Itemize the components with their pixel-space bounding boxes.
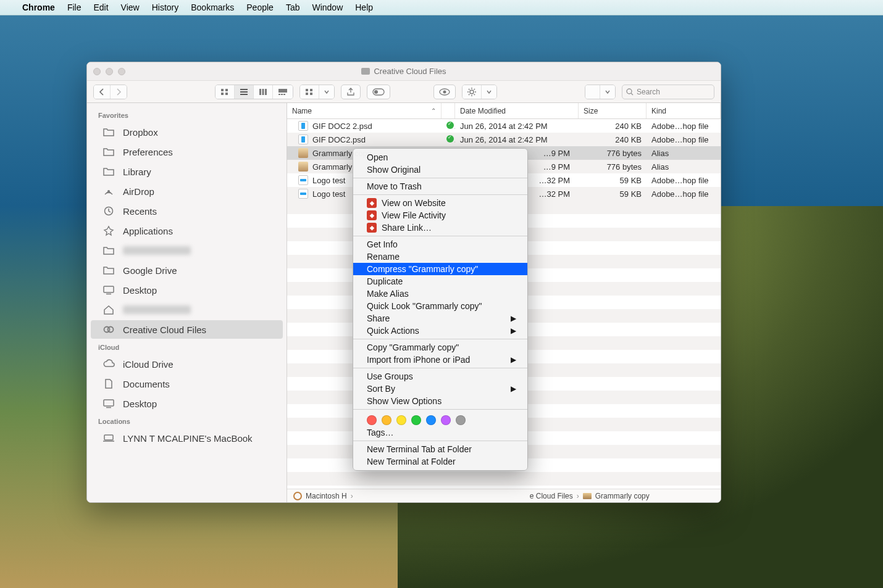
menubar-app-name[interactable]: Chrome [16,2,61,12]
context-item-copy-grammarly-copy[interactable]: Copy "Grammarly copy" [353,341,527,354]
tags-button[interactable] [367,85,390,99]
tag-dot[interactable] [367,415,377,425]
search-input[interactable]: Search [622,85,714,99]
sidebar-item-recents[interactable]: Recents [91,202,283,220]
chevron-down-icon[interactable] [319,85,334,99]
svg-line-30 [474,89,475,89]
menubar-file[interactable]: File [61,2,88,12]
sidebar-item-applications[interactable]: Applications [91,222,283,240]
laptop-icon [102,433,115,444]
arrange-dropdown[interactable] [299,85,335,99]
sidebar-item-label: Applications [123,226,173,236]
tag-dot[interactable] [441,415,451,425]
context-item-new-terminal-at-folder[interactable]: New Terminal at Folder [353,455,527,468]
titlebar[interactable]: Creative Cloud Files [87,62,721,81]
chevron-down-icon[interactable] [600,85,615,99]
file-kind: Adobe…hop file [647,189,721,199]
sidebar-item-desktop[interactable]: Desktop [91,281,283,299]
svg-point-22 [470,90,474,94]
col-kind[interactable]: Kind [647,103,721,118]
col-date[interactable]: Date Modified [455,103,579,118]
context-item-tags[interactable]: Tags… [353,426,527,439]
sidebar-item-blurred[interactable] [91,300,283,319]
context-item-compress-grammarly-copy[interactable]: Compress "Grammarly copy" [353,263,527,275]
zoom-icon[interactable] [118,68,125,75]
menubar-people[interactable]: People [240,2,280,12]
col-name[interactable]: Name⌃ [287,103,442,118]
tag-dot[interactable] [382,415,391,425]
forward-button[interactable] [111,85,127,99]
sidebar-item-library[interactable]: Library [91,162,283,181]
context-item-duplicate[interactable]: Duplicate [353,275,527,288]
context-item-new-terminal-tab-at-folder[interactable]: New Terminal Tab at Folder [353,443,527,455]
action-dropdown[interactable] [462,85,497,99]
close-icon[interactable] [93,68,101,75]
context-item-sort-by[interactable]: Sort By▶ [353,383,527,395]
menubar-tab[interactable]: Tab [280,2,306,12]
menubar-edit[interactable]: Edit [87,2,114,12]
file-row[interactable]: GIF DOC2.psdJun 26, 2014 at 2:42 PM240 K… [287,133,721,146]
menubar-help[interactable]: Help [349,2,379,12]
context-item-open[interactable]: Open [353,151,527,164]
context-item-import-from-iphone-or-ipad[interactable]: Import from iPhone or iPad▶ [353,354,527,366]
path-bar[interactable]: Macintosh H › e Cloud Files › Grammarly … [287,489,721,502]
sidebar-item-blurred[interactable] [91,241,283,260]
sidebar-item-creative-cloud-files[interactable]: Creative Cloud Files [91,320,283,339]
context-item-label: Copy "Grammarly copy" [367,342,459,352]
context-item-share[interactable]: Share▶ [353,312,527,325]
context-item-show-view-options[interactable]: Show View Options [353,395,527,407]
quicklook-button[interactable] [433,85,456,99]
file-row[interactable]: GIF DOC2 2.psdJun 26, 2014 at 2:42 PM240… [287,119,721,133]
view-gallery-button[interactable] [273,85,293,99]
sidebar-item-icloud-drive[interactable]: iCloud Drive [91,355,283,373]
path-seg-0[interactable]: Macintosh H [306,492,347,500]
sidebar-item-label: LYNN T MCALPINE's MacBook [123,433,253,444]
minimize-icon[interactable] [106,68,113,75]
tag-dot[interactable] [396,415,406,425]
sidebar-item-airdrop[interactable]: AirDrop [91,182,283,201]
menubar-history[interactable]: History [146,2,185,12]
context-item-show-original[interactable]: Show Original [353,164,527,176]
view-icons-button[interactable] [216,85,235,99]
chevron-down-icon[interactable] [482,85,496,99]
context-item-view-file-activity[interactable]: ◆View File Activity [353,209,527,222]
menubar-window[interactable]: Window [306,2,349,12]
context-item-rename[interactable]: Rename [353,251,527,263]
context-item-make-alias[interactable]: Make Alias [353,288,527,300]
menubar-bookmarks[interactable]: Bookmarks [185,2,240,12]
svg-rect-39 [104,400,114,406]
back-button[interactable] [94,85,111,99]
path-seg-2[interactable]: Grammarly copy [595,492,650,500]
view-list-button[interactable] [235,85,254,99]
view-mode-segmented [215,85,293,99]
view-columns-button[interactable] [254,85,273,99]
tag-dot[interactable] [456,415,466,425]
context-item-get-info[interactable]: Get Info [353,238,527,251]
share-button[interactable] [341,85,361,99]
sidebar-item-preferences[interactable]: Preferences [91,143,283,161]
context-item-use-groups[interactable]: Use Groups [353,370,527,383]
apps-icon [102,225,115,236]
context-item-quick-actions[interactable]: Quick Actions▶ [353,325,527,337]
empty-dropdown[interactable] [585,85,616,99]
sidebar-item-google-drive[interactable]: Google Drive [91,261,283,280]
sidebar-item-desktop[interactable]: Desktop [91,394,283,413]
gear-icon[interactable] [462,85,482,99]
svg-rect-4 [240,89,248,90]
sidebar-item-dropbox[interactable]: Dropbox [91,123,283,141]
tag-dot[interactable] [426,415,436,425]
context-item-move-to-trash[interactable]: Move to Trash [353,180,527,193]
traffic-lights[interactable] [93,68,125,75]
sidebar-item-documents[interactable]: Documents [91,375,283,393]
context-item-view-on-website[interactable]: ◆View on Website [353,197,527,209]
col-size[interactable]: Size [579,103,647,118]
file-date: Jun 26, 2014 at 2:42 PM [455,122,579,131]
context-item-quick-look-grammarly-copy[interactable]: Quick Look "Grammarly copy" [353,300,527,312]
menubar-view[interactable]: View [115,2,146,12]
path-seg-1[interactable]: e Cloud Files [530,492,573,500]
context-item-share-link[interactable]: ◆Share Link… [353,222,527,234]
tag-dot[interactable] [411,415,421,425]
svg-line-28 [474,94,475,94]
sidebar-item-lynn-t-mcalpine-s-macbook[interactable]: LYNN T MCALPINE's MacBook [91,429,283,447]
sidebar-item-label: iCloud Drive [123,359,174,370]
